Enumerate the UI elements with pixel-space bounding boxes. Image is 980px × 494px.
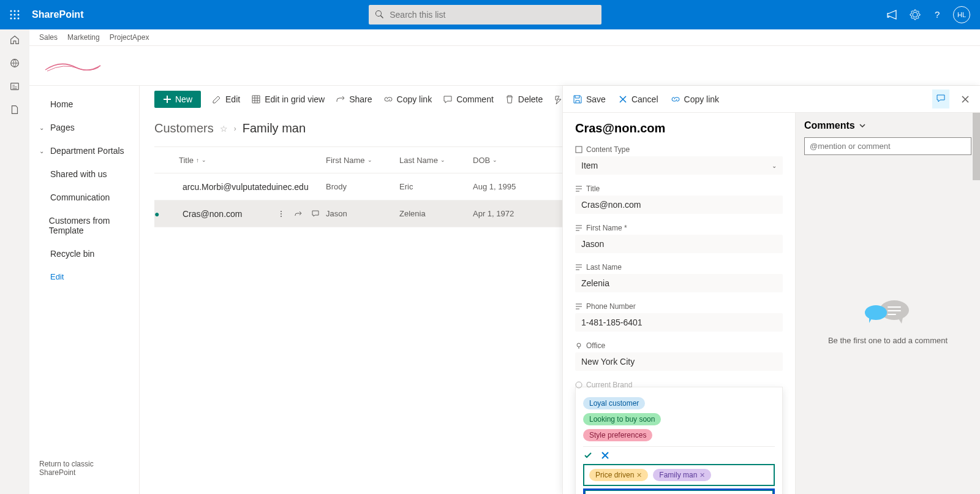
choice-icon — [575, 381, 582, 389]
office-field[interactable]: New York City — [575, 352, 783, 371]
nav-comm-label: Communication — [50, 192, 110, 202]
copylink-button[interactable]: Copy link — [383, 94, 432, 104]
favorite-star-icon[interactable]: ☆ — [220, 124, 228, 134]
news-icon[interactable] — [9, 81, 20, 92]
nav-communication[interactable]: Communication — [34, 191, 134, 203]
home-icon[interactable] — [9, 34, 20, 45]
phone-field[interactable]: 1-481-185-6401 — [575, 313, 783, 332]
col-last[interactable]: Last Name ⌄ — [399, 156, 473, 165]
remove-chip-icon[interactable]: ✕ — [699, 471, 705, 479]
close-panel-icon[interactable] — [960, 94, 970, 104]
form-scrollbar[interactable] — [973, 113, 980, 494]
choice-loyal[interactable]: Loyal customer — [583, 397, 645, 409]
comment-inline-icon[interactable] — [311, 210, 320, 218]
row-first: Jason — [326, 209, 399, 218]
files-icon[interactable] — [9, 104, 20, 115]
svg-point-7 — [14, 18, 16, 20]
col-dob[interactable]: DOB ⌄ — [473, 156, 546, 165]
nav-home-label: Home — [50, 99, 73, 109]
nav-home[interactable]: Home — [34, 98, 134, 110]
row-last: Zelenia — [399, 209, 473, 218]
choice-style[interactable]: Style preferences — [583, 429, 652, 441]
selected-chips: Price driven✕ Family man✕ — [583, 464, 775, 486]
chip-price-driven[interactable]: Price driven✕ — [589, 469, 648, 481]
site-logo[interactable] — [39, 48, 107, 83]
share-inline-icon[interactable] — [294, 210, 303, 218]
nav-customers-template[interactable]: Customers from Template — [34, 215, 134, 237]
save-icon — [573, 94, 582, 104]
hub-link-marketing[interactable]: Marketing — [67, 33, 100, 42]
list-name[interactable]: Customers — [154, 121, 214, 135]
comment-icon — [443, 94, 453, 104]
svg-point-0 — [10, 10, 12, 12]
text-icon — [575, 185, 582, 192]
nav-recycle-bin[interactable]: Recycle bin — [34, 248, 134, 260]
row-title[interactable]: arcu.Morbi@vulputateduinec.edu — [179, 182, 326, 192]
comment-button[interactable]: Comment — [443, 94, 494, 104]
more-vertical-icon[interactable] — [277, 210, 285, 218]
content-type-select[interactable]: Item⌄ — [575, 156, 783, 175]
col-title[interactable]: Title ↑ ⌄ — [179, 156, 326, 165]
new-button[interactable]: New — [154, 91, 201, 108]
gear-icon[interactable] — [909, 9, 921, 21]
edit-button[interactable]: Edit — [212, 94, 240, 104]
comment-input[interactable] — [804, 137, 971, 155]
svg-point-12 — [281, 211, 282, 212]
globe-icon[interactable] — [9, 58, 20, 69]
row-checkmark-icon[interactable]: ● — [154, 209, 179, 219]
comments-toggle[interactable] — [932, 89, 949, 108]
panel-save-button[interactable]: Save — [573, 94, 606, 104]
svg-rect-15 — [576, 146, 582, 153]
search-input[interactable] — [390, 10, 595, 20]
svg-point-16 — [577, 343, 581, 347]
current-brand-label: Current Brand — [586, 381, 632, 389]
megaphone-icon[interactable] — [887, 9, 899, 21]
hub-nav: Sales Marketing ProjectApex — [29, 29, 980, 46]
search-box[interactable] — [369, 5, 601, 25]
classic-link[interactable]: Return to classic SharePoint — [34, 455, 134, 482]
share-button[interactable]: Share — [336, 94, 372, 104]
waffle-icon — [10, 10, 20, 20]
user-avatar[interactable]: HL — [953, 6, 970, 23]
app-launcher[interactable] — [0, 0, 29, 29]
row-title[interactable]: Cras@non.com — [183, 209, 242, 219]
first-name-field[interactable]: Jason — [575, 235, 783, 253]
item-title: Cras@non.com — [575, 121, 783, 135]
panel-copylink-button[interactable]: Copy link — [671, 94, 720, 104]
grid-view-button[interactable]: Edit in grid view — [251, 94, 325, 104]
link-icon — [383, 94, 393, 104]
suite-brand[interactable]: SharePoint — [29, 9, 83, 20]
panel-cancel-button[interactable]: Cancel — [618, 94, 658, 104]
first-name-label: First Name * — [586, 224, 627, 232]
nav-shared[interactable]: Shared with us — [34, 168, 134, 180]
edit-label: Edit — [225, 94, 240, 104]
svg-rect-19 — [888, 306, 901, 308]
comments-empty-text: Be the first one to add a comment — [828, 336, 948, 345]
cancel-x-icon[interactable] — [600, 450, 610, 460]
help-icon[interactable]: ? — [931, 9, 943, 21]
comments-heading[interactable]: Comments — [804, 120, 971, 131]
nav-pages[interactable]: ⌄Pages — [34, 121, 134, 134]
nav-pages-label: Pages — [50, 123, 75, 132]
scrollbar-thumb[interactable] — [973, 113, 980, 180]
app-bar — [0, 29, 29, 494]
panel-save-label: Save — [586, 94, 606, 104]
confirm-check-icon[interactable] — [583, 450, 593, 460]
col-first[interactable]: First Name ⌄ — [326, 156, 399, 165]
remove-chip-icon[interactable]: ✕ — [636, 471, 642, 479]
title-field[interactable]: Cras@non.com — [575, 196, 783, 214]
hub-link-sales[interactable]: Sales — [39, 33, 58, 42]
choice-buy[interactable]: Looking to buy soon — [583, 413, 661, 425]
last-name-field[interactable]: Zelenia — [575, 274, 783, 292]
row-dob: Aug 1, 1995 — [473, 182, 546, 191]
delete-button[interactable]: Delete — [505, 94, 543, 104]
choice-filter-input[interactable] — [585, 490, 773, 494]
chip-family-man[interactable]: Family man✕ — [653, 469, 711, 481]
edit-panel: Save Cancel Copy link Cras@non.com Conte… — [562, 86, 980, 494]
nav-edit[interactable]: Edit — [34, 271, 134, 283]
panel-command-bar: Save Cancel Copy link — [563, 86, 980, 113]
nav-dept-portals[interactable]: ⌄Department Portals — [34, 145, 134, 157]
suite-header: SharePoint ? HL — [0, 0, 980, 29]
hub-link-projectapex[interactable]: ProjectApex — [110, 33, 149, 42]
title-label: Title — [586, 184, 600, 193]
